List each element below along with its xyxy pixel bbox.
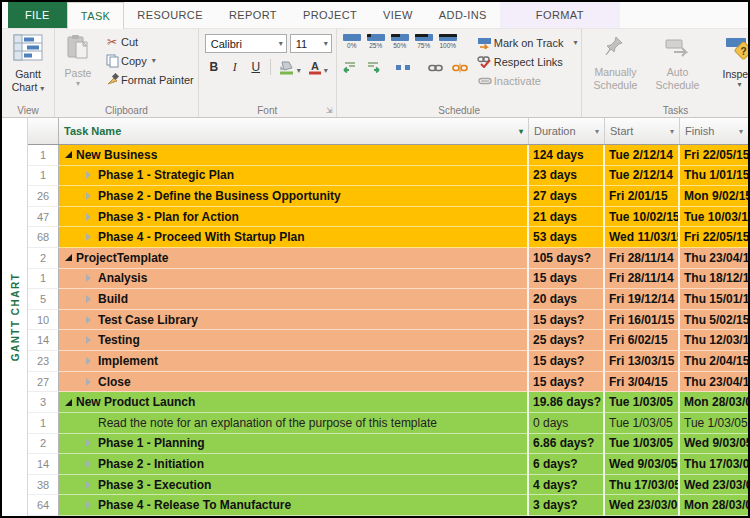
duration-cell[interactable]: 6 days? — [529, 454, 605, 475]
row-number[interactable]: 2 — [28, 248, 59, 269]
task-name-cell[interactable]: Build — [59, 289, 529, 310]
row-number[interactable]: 1 — [28, 269, 59, 290]
duration-cell[interactable]: 124 days — [529, 145, 605, 166]
duration-cell[interactable]: 20 days — [529, 289, 605, 310]
duration-cell[interactable]: 27 days — [529, 186, 605, 207]
row-number[interactable]: 1 — [28, 145, 59, 166]
task-name-cell[interactable]: Read the note for an explanation of the … — [59, 413, 529, 434]
start-cell[interactable]: Fri 13/03/15 — [605, 351, 680, 372]
duration-cell[interactable]: 25 days? — [529, 330, 605, 351]
start-cell[interactable]: Tue 10/02/15 — [605, 207, 680, 228]
expand-subtasks-icon[interactable] — [86, 378, 98, 386]
cut-button[interactable]: ✂ Cut — [103, 32, 194, 51]
expand-subtasks-icon[interactable] — [86, 171, 98, 179]
row-number[interactable]: 26 — [28, 186, 59, 207]
row-number[interactable]: 1 — [28, 166, 59, 187]
row-number[interactable]: 2 — [28, 434, 59, 455]
manually-schedule-button[interactable]: Manually Schedule — [586, 32, 644, 92]
tab-view[interactable]: VIEW — [370, 2, 426, 28]
start-cell[interactable]: Fri 3/04/15 — [605, 372, 680, 393]
duration-cell[interactable]: 105 days? — [529, 248, 605, 269]
start-cell[interactable]: Fri 28/11/14 — [605, 269, 680, 290]
font-dialog-launcher[interactable]: ⇲ — [326, 106, 333, 115]
duration-cell[interactable]: 15 days? — [529, 372, 605, 393]
row-number[interactable]: 64 — [28, 495, 59, 516]
start-cell[interactable]: Tue 1/03/05 — [605, 392, 680, 413]
task-name-cell[interactable]: Phase 2 - Initiation — [59, 454, 529, 475]
expand-subtasks-icon[interactable] — [86, 213, 98, 221]
percent-complete-50-button[interactable]: 50% — [389, 34, 411, 49]
paste-button[interactable]: Paste ▾ — [59, 32, 97, 89]
expand-subtasks-icon[interactable] — [86, 316, 98, 324]
inactivate-button[interactable]: Inactivate — [476, 71, 578, 90]
underline-button[interactable]: U — [249, 60, 263, 74]
finish-cell[interactable]: Thu 5/02/15 — [680, 310, 748, 331]
tab-format[interactable]: FORMAT — [500, 2, 620, 28]
outdent-task-icon[interactable] — [343, 59, 357, 77]
task-name-cell[interactable]: Phase 3 - Plan for Action — [59, 207, 529, 228]
finish-cell[interactable]: Wed 9/03/05 — [680, 434, 748, 455]
column-header-task-name[interactable]: Task Name ▾ — [59, 118, 529, 144]
duration-cell[interactable]: 53 days — [529, 227, 605, 248]
start-cell[interactable]: Tue 1/03/05 — [605, 413, 680, 434]
row-number[interactable]: 5 — [28, 289, 59, 310]
collapse-summary-icon[interactable] — [64, 253, 76, 262]
finish-cell[interactable]: Thu 17/03/05 — [680, 454, 748, 475]
expand-subtasks-icon[interactable] — [86, 295, 98, 303]
task-name-cell[interactable]: Phase 2 - Define the Business Opportunit… — [59, 186, 529, 207]
start-cell[interactable]: Fri 19/12/14 — [605, 289, 680, 310]
task-name-cell[interactable]: Phase 4 - Release To Manufacture — [59, 495, 529, 516]
finish-cell[interactable]: Tue 1/03/05 — [680, 413, 748, 434]
task-name-cell[interactable]: Phase 3 - Execution — [59, 475, 529, 496]
task-name-cell[interactable]: ProjectTemplate — [59, 248, 529, 269]
start-cell[interactable]: Tue 1/03/05 — [605, 434, 680, 455]
percent-complete-75-button[interactable]: 75% — [413, 34, 435, 49]
finish-cell[interactable]: Mon 28/03/05 — [680, 392, 748, 413]
task-name-cell[interactable]: New Business — [59, 145, 529, 166]
task-name-cell[interactable]: Phase 1 - Planning — [59, 434, 529, 455]
percent-complete-25-button[interactable]: 25% — [365, 34, 387, 49]
finish-cell[interactable]: Thu 23/04/15 — [680, 248, 748, 269]
row-number[interactable]: 14 — [28, 330, 59, 351]
font-color-button[interactable]: A ▾ — [308, 60, 328, 75]
duration-cell[interactable]: 15 days — [529, 269, 605, 290]
task-name-cell[interactable]: New Product Launch — [59, 392, 529, 413]
mark-on-track-button[interactable]: Mark on Track ▾ — [476, 33, 578, 52]
font-size-select[interactable]: 11 ▾ — [290, 34, 332, 53]
tab-project[interactable]: PROJECT — [290, 2, 370, 28]
link-tasks-icon[interactable] — [428, 59, 443, 77]
filter-arrow-icon[interactable]: ▾ — [516, 127, 523, 136]
gantt-chart-button[interactable]: Gantt Chart ▾ — [6, 32, 50, 94]
finish-cell[interactable]: Fri 22/05/15 — [680, 145, 748, 166]
task-name-cell[interactable]: Close — [59, 372, 529, 393]
start-cell[interactable]: Wed 9/03/05 — [605, 454, 680, 475]
finish-cell[interactable]: Thu 12/03/15 — [680, 330, 748, 351]
duration-cell[interactable]: 0 days — [529, 413, 605, 434]
bold-button[interactable]: B — [207, 60, 221, 74]
start-cell[interactable]: Tue 2/12/14 — [605, 145, 680, 166]
task-name-cell[interactable]: Implement — [59, 351, 529, 372]
finish-cell[interactable]: Wed 23/03/05 — [680, 475, 748, 496]
row-number[interactable]: 47 — [28, 207, 59, 228]
start-cell[interactable]: Thu 17/03/05 — [605, 475, 680, 496]
row-number[interactable]: 10 — [28, 310, 59, 331]
collapse-summary-icon[interactable] — [64, 150, 76, 159]
finish-cell[interactable]: Thu 1/01/15 — [680, 166, 748, 187]
expand-subtasks-icon[interactable] — [86, 336, 98, 344]
duration-cell[interactable]: 15 days? — [529, 351, 605, 372]
row-number[interactable]: 38 — [28, 475, 59, 496]
duration-cell[interactable]: 15 days? — [529, 310, 605, 331]
finish-cell[interactable]: Thu 15/01/15 — [680, 289, 748, 310]
duration-cell[interactable]: 23 days — [529, 166, 605, 187]
filter-arrow-icon[interactable]: ▾ — [592, 127, 599, 136]
italic-button[interactable]: I — [228, 60, 242, 75]
duration-cell[interactable]: 4 days? — [529, 475, 605, 496]
start-cell[interactable]: Tue 2/12/14 — [605, 166, 680, 187]
percent-complete-100-button[interactable]: 100% — [437, 34, 459, 49]
row-number[interactable]: 23 — [28, 351, 59, 372]
task-name-cell[interactable]: Phase 1 - Strategic Plan — [59, 166, 529, 187]
finish-cell[interactable]: Tue 10/03/15 — [680, 207, 748, 228]
filter-arrow-icon[interactable]: ▾ — [667, 127, 674, 136]
finish-cell[interactable]: Thu 2/04/15 — [680, 351, 748, 372]
task-name-cell[interactable]: Test Case Library — [59, 310, 529, 331]
